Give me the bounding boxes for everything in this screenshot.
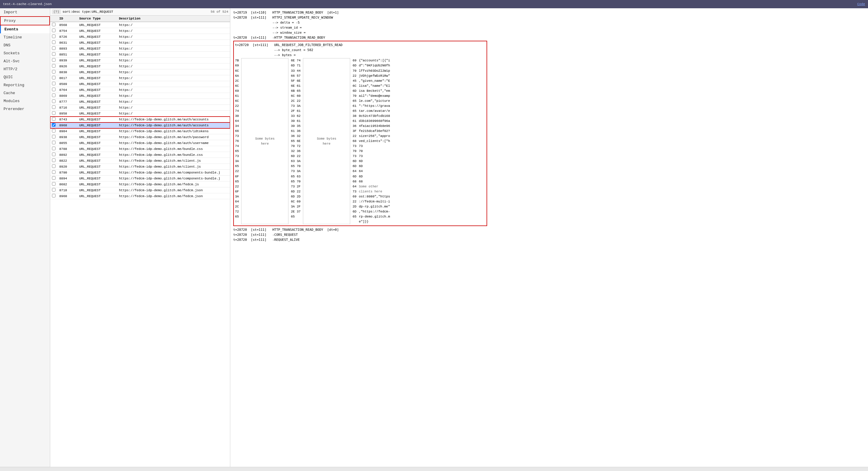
filter-input[interactable] — [63, 10, 209, 13]
sidebar-item-dns[interactable]: DNS — [0, 41, 50, 49]
row-checkbox[interactable] — [52, 147, 56, 150]
sidebar-item-timeline[interactable]: Timeline — [0, 33, 50, 41]
table-row[interactable]: 8984URL_REQUESThttps://fedcm-idp-demo.gl… — [50, 128, 230, 134]
row-description: https://fedcm-idp-demo.glitch.me/auth/us… — [117, 140, 230, 146]
row-checkbox[interactable] — [52, 111, 56, 115]
row-id: 8568 — [58, 22, 78, 28]
row-id: 8960 — [58, 193, 78, 199]
row-checkbox[interactable] — [52, 182, 56, 186]
detail-panel[interactable]: t=28719 [st=110] HTTP_TRANSACTION_READ_B… — [230, 8, 868, 467]
row-checkbox[interactable] — [52, 40, 56, 44]
table-row[interactable]: 8968URL_REQUESThttps://fedcm-idp-demo.gl… — [50, 123, 230, 128]
row-id: 8938 — [58, 134, 78, 140]
row-checkbox[interactable] — [52, 82, 56, 85]
table-row[interactable]: 8926URL_REQUESThttps:/ — [50, 63, 230, 69]
table-row[interactable]: 8777URL_REQUESThttps:/ — [50, 99, 230, 105]
row-checkbox[interactable] — [52, 105, 56, 109]
table-row[interactable]: 8726URL_REQUESThttps:/ — [50, 34, 230, 40]
row-checkbox[interactable] — [52, 94, 56, 97]
code-link[interactable]: Code — [857, 2, 865, 6]
table-row[interactable]: 8716URL_REQUESThttps:/ — [50, 105, 230, 111]
events-table-container[interactable]: ID Source Type Description 8568URL_REQUE… — [50, 15, 230, 467]
table-row[interactable]: 8894URL_REQUESThttps://fedcm-idp-demo.gl… — [50, 176, 230, 182]
row-checkbox[interactable] — [52, 64, 56, 68]
table-row[interactable]: 8893URL_REQUESThttps:/ — [50, 46, 230, 52]
row-checkbox[interactable] — [52, 129, 56, 132]
sidebar-item-sockets[interactable]: Sockets — [0, 49, 50, 57]
row-description: https:/ — [117, 87, 230, 93]
row-checkbox[interactable] — [52, 70, 56, 73]
row-checkbox[interactable] — [52, 88, 56, 91]
row-description: https:/ — [117, 81, 230, 87]
hex-section: t=28720 [st=111] URL_REQUEST_JOB_FILTERE… — [233, 41, 487, 226]
table-row[interactable]: 8718URL_REQUESThttps://fedcm-idp-demo.gl… — [50, 187, 230, 193]
th-id[interactable]: ID — [58, 15, 78, 22]
sidebar-item-prerender[interactable]: Prerender — [0, 105, 50, 113]
table-row[interactable]: 8754URL_REQUESThttps:/ — [50, 28, 230, 34]
row-description: https:/ — [117, 40, 230, 46]
table-row[interactable]: 8788URL_REQUESThttps://fedcm-idp-demo.gl… — [50, 146, 230, 152]
row-source-type: URL_REQUEST — [78, 164, 117, 170]
row-checkbox[interactable] — [52, 123, 56, 127]
table-row[interactable]: 8892URL_REQUESThttps://fedcm-idp-demo.gl… — [50, 152, 230, 158]
sidebar-item-cache[interactable]: Cache — [0, 89, 50, 97]
row-id: 8855 — [58, 140, 78, 146]
row-checkbox[interactable] — [52, 170, 56, 174]
table-row[interactable]: 8869URL_REQUESThttps:/ — [50, 93, 230, 99]
row-checkbox[interactable] — [52, 99, 56, 103]
row-checkbox[interactable] — [52, 58, 56, 62]
table-row[interactable]: 8743URL_REQUESThttps://fedcm-idp-demo.gl… — [50, 117, 230, 123]
row-checkbox[interactable] — [52, 117, 56, 121]
table-row[interactable]: 8855URL_REQUESThttps://fedcm-idp-demo.gl… — [50, 140, 230, 146]
table-row[interactable]: 8764URL_REQUESThttps:/ — [50, 87, 230, 93]
row-checkbox[interactable] — [52, 52, 56, 56]
row-checkbox[interactable] — [52, 135, 56, 138]
table-row[interactable]: 8939URL_REQUESThttps:/ — [50, 58, 230, 63]
sidebar-item-modules[interactable]: Modules — [0, 97, 50, 105]
sidebar-item-proxy[interactable]: Proxy — [0, 16, 50, 25]
row-source-type: URL_REQUEST — [78, 182, 117, 187]
row-checkbox[interactable] — [52, 188, 56, 191]
sidebar-item-events[interactable]: Events — [0, 25, 50, 33]
row-checkbox[interactable] — [52, 141, 56, 144]
table-row[interactable]: 8920URL_REQUESThttps://fedcm-idp-demo.gl… — [50, 164, 230, 170]
sidebar-item-quic[interactable]: QUIC — [0, 73, 50, 81]
table-row[interactable]: 8960URL_REQUESThttps://fedcm-idp-demo.gl… — [50, 193, 230, 199]
sidebar-item-reporting[interactable]: Reporting — [0, 81, 50, 89]
filter-help-button[interactable]: (?) — [52, 9, 61, 14]
row-checkbox[interactable] — [52, 194, 56, 197]
table-row[interactable]: 8851URL_REQUESThttps:/ — [50, 52, 230, 58]
row-description: https:/ — [117, 28, 230, 34]
row-checkbox[interactable] — [52, 29, 56, 32]
table-row[interactable]: 8958URL_REQUESThttps:/ — [50, 111, 230, 117]
row-checkbox[interactable] — [52, 153, 56, 156]
row-checkbox[interactable] — [52, 23, 56, 26]
hex-middle-placeholder1: Some byteshere — [241, 58, 288, 224]
table-row[interactable]: 8682URL_REQUESThttps://fedcm-idp-demo.gl… — [50, 182, 230, 187]
row-checkbox[interactable] — [52, 158, 56, 162]
table-row[interactable]: 8631URL_REQUESThttps:/ — [50, 40, 230, 46]
table-row[interactable]: 8589URL_REQUESThttps:/ — [50, 81, 230, 87]
row-source-type: URL_REQUEST — [78, 22, 117, 28]
th-description[interactable]: Description — [117, 15, 230, 22]
row-id: 8822 — [58, 158, 78, 164]
row-checkbox[interactable] — [52, 164, 56, 168]
th-source-type[interactable]: Source Type — [78, 15, 117, 22]
table-row[interactable]: 8617URL_REQUESThttps:/ — [50, 75, 230, 81]
sidebar-item-http2[interactable]: HTTP/2 — [0, 65, 50, 73]
row-checkbox[interactable] — [52, 176, 56, 180]
row-checkbox[interactable] — [52, 46, 56, 50]
row-description: https:/ — [117, 69, 230, 75]
row-id: 8726 — [58, 34, 78, 40]
sidebar-item-alt-svc[interactable]: Alt-Svc — [0, 57, 50, 65]
table-row[interactable]: 8938URL_REQUESThttps://fedcm-idp-demo.gl… — [50, 134, 230, 140]
row-checkbox[interactable] — [52, 76, 56, 80]
row-checkbox[interactable] — [52, 34, 56, 38]
sidebar-item-import[interactable]: Import — [0, 8, 50, 16]
table-row[interactable]: 8790URL_REQUESThttps://fedcm-idp-demo.gl… — [50, 170, 230, 176]
table-row[interactable]: 8822URL_REQUESThttps://fedcm-idp-demo.gl… — [50, 158, 230, 164]
table-row[interactable]: 8568URL_REQUESThttps:/ — [50, 22, 230, 28]
row-description: https://fedcm-idp-demo.glitch.me/auth/ac… — [117, 117, 230, 123]
table-row[interactable]: 8830URL_REQUESThttps:/ — [50, 69, 230, 75]
bottom-scrollbar[interactable] — [0, 467, 868, 471]
